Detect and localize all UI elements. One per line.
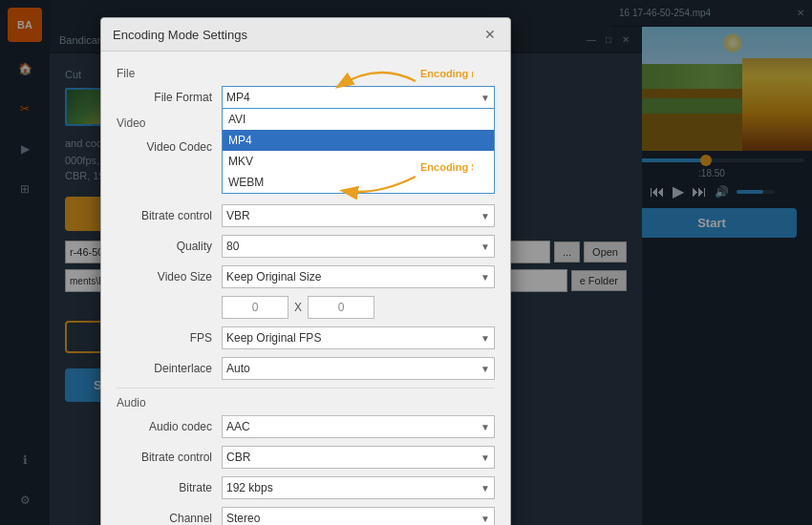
file-format-row: File Format MP4 ▼ AVI MP4 MKV WEBM	[117, 86, 495, 109]
bitrate-control-row: Bitrate control VBR ▼	[117, 204, 495, 227]
size-separator: X	[294, 301, 302, 314]
quality-select[interactable]: 80 ▼	[222, 235, 495, 258]
deinterlace-arrow: ▼	[481, 364, 490, 374]
audio-bitrate-control-arrow: ▼	[481, 452, 490, 463]
file-format-label: File Format	[117, 91, 222, 104]
video-codec-label: Video Codec	[117, 140, 222, 154]
deinterlace-label: Deinterlace	[117, 362, 222, 375]
option-avi[interactable]: AVI	[223, 109, 494, 130]
channel-select[interactable]: Stereo ▼	[222, 507, 495, 525]
audio-codec-arrow: ▼	[481, 422, 490, 432]
video-size-select[interactable]: Keep Original Size ▼	[222, 265, 495, 288]
encoding-mode-settings-dialog: Encoding Mode Settings ✕ File File Forma…	[100, 17, 511, 525]
option-mkv[interactable]: MKV	[223, 151, 494, 172]
modal-close-button[interactable]: ✕	[481, 26, 499, 43]
channel-label: Channel	[117, 512, 222, 525]
file-format-list[interactable]: AVI MP4 MKV WEBM	[222, 109, 495, 194]
divider	[117, 388, 495, 388]
audio-bitrate-control-label: Bitrate control	[117, 451, 222, 464]
channel-row: Channel Stereo ▼	[117, 507, 495, 525]
quality-label: Quality	[117, 240, 222, 253]
video-size-row: Video Size Keep Original Size ▼	[117, 265, 495, 288]
modal-titlebar: Encoding Mode Settings ✕	[101, 18, 510, 52]
modal-body: File File Format MP4 ▼ AVI MP4 MKV WEBM …	[101, 52, 510, 525]
fps-arrow: ▼	[481, 333, 490, 344]
deinterlace-row: Deinterlace Auto ▼	[117, 357, 495, 380]
audio-bitrate-label: Bitrate	[117, 481, 222, 494]
deinterlace-select[interactable]: Auto ▼	[222, 357, 495, 380]
bitrate-control-label: Bitrate control	[117, 209, 222, 222]
option-mp4[interactable]: MP4	[223, 130, 494, 151]
audio-bitrate-arrow: ▼	[481, 483, 490, 494]
audio-bitrate-control-row: Bitrate control CBR ▼	[117, 446, 495, 469]
audio-codec-label: Audio codec	[117, 420, 222, 433]
bitrate-arrow: ▼	[481, 211, 490, 221]
fps-select[interactable]: Keep Original FPS ▼	[222, 326, 495, 349]
size-inputs: X	[222, 296, 374, 319]
audio-codec-row: Audio codec AAC ▼	[117, 415, 495, 438]
size-inputs-row: X	[117, 296, 495, 319]
audio-section-label: Audio	[117, 396, 495, 410]
fps-row: FPS Keep Original FPS ▼	[117, 326, 495, 349]
audio-bitrate-select[interactable]: 192 kbps ▼	[222, 476, 495, 499]
file-format-selected[interactable]: MP4 ▼	[222, 86, 495, 109]
fps-label: FPS	[117, 331, 222, 345]
audio-bitrate-row: Bitrate 192 kbps ▼	[117, 476, 495, 499]
bitrate-control-select[interactable]: VBR ▼	[222, 204, 495, 227]
dropdown-arrow: ▼	[481, 93, 490, 103]
video-size-arrow: ▼	[481, 272, 490, 283]
height-input[interactable]	[308, 296, 374, 319]
option-webm[interactable]: WEBM	[223, 172, 494, 193]
video-size-label: Video Size	[117, 270, 222, 284]
quality-row: Quality 80 ▼	[117, 235, 495, 258]
audio-bitrate-control-select[interactable]: CBR ▼	[222, 446, 495, 469]
file-format-dropdown[interactable]: MP4 ▼ AVI MP4 MKV WEBM	[222, 86, 495, 109]
modal-title: Encoding Mode Settings	[113, 28, 247, 42]
quality-arrow: ▼	[481, 242, 490, 252]
channel-arrow: ▼	[481, 514, 490, 524]
width-input[interactable]	[222, 296, 288, 319]
file-section-label: File	[117, 67, 495, 80]
audio-codec-select[interactable]: AAC ▼	[222, 415, 495, 438]
